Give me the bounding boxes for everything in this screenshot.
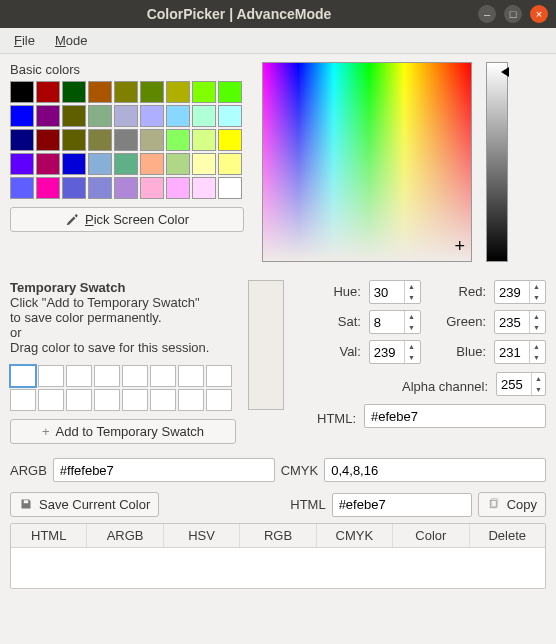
temporary-swatch-slot[interactable]: [178, 365, 204, 387]
pick-screen-color-label: Pick Screen Color: [85, 212, 189, 227]
add-to-temporary-swatch-button[interactable]: + Add to Temporary Swatch: [10, 419, 236, 444]
alpha-input[interactable]: ▲▼: [496, 372, 546, 396]
temporary-swatch-slot[interactable]: [38, 365, 64, 387]
menu-mode[interactable]: Mode: [47, 30, 96, 51]
basic-color-swatch[interactable]: [218, 81, 242, 103]
temporary-swatch-slot[interactable]: [10, 389, 36, 411]
temporary-swatch-slot[interactable]: [122, 365, 148, 387]
basic-color-swatch[interactable]: [140, 81, 164, 103]
basic-color-swatch[interactable]: [140, 105, 164, 127]
basic-color-swatch[interactable]: [140, 153, 164, 175]
temporary-swatch-slot[interactable]: [122, 389, 148, 411]
basic-colors-grid: [10, 81, 244, 199]
basic-color-swatch[interactable]: [36, 105, 60, 127]
saved-colors-table[interactable]: HTMLARGBHSVRGBCMYKColorDelete: [10, 523, 546, 589]
basic-color-swatch[interactable]: [10, 177, 34, 199]
html-input[interactable]: [364, 404, 546, 428]
basic-color-swatch[interactable]: [62, 177, 86, 199]
window-minimize-button[interactable]: –: [478, 5, 496, 23]
slider-handle-icon[interactable]: [501, 67, 509, 77]
basic-color-swatch[interactable]: [62, 81, 86, 103]
basic-color-swatch[interactable]: [114, 153, 138, 175]
temporary-swatch-slot[interactable]: [10, 365, 36, 387]
sat-input[interactable]: ▲▼: [369, 310, 421, 334]
table-column-header[interactable]: ARGB: [87, 524, 163, 547]
basic-color-swatch[interactable]: [140, 129, 164, 151]
temporary-swatch-slot[interactable]: [206, 389, 232, 411]
table-column-header[interactable]: Color: [393, 524, 469, 547]
basic-color-swatch[interactable]: [192, 129, 216, 151]
cmyk-input[interactable]: [324, 458, 546, 482]
val-input[interactable]: ▲▼: [369, 340, 421, 364]
basic-color-swatch[interactable]: [36, 153, 60, 175]
temporary-swatch-slot[interactable]: [66, 389, 92, 411]
copy-label: Copy: [507, 497, 537, 512]
basic-color-swatch[interactable]: [36, 177, 60, 199]
copy-button[interactable]: Copy: [478, 492, 546, 517]
temporary-swatch-slot[interactable]: [94, 365, 120, 387]
temporary-swatch-slot[interactable]: [178, 389, 204, 411]
temporary-swatch-slot[interactable]: [150, 365, 176, 387]
basic-color-swatch[interactable]: [88, 129, 112, 151]
basic-color-swatch[interactable]: [114, 81, 138, 103]
basic-color-swatch[interactable]: [62, 153, 86, 175]
temporary-swatch-slot[interactable]: [38, 389, 64, 411]
window-maximize-button[interactable]: □: [504, 5, 522, 23]
basic-color-swatch[interactable]: [192, 177, 216, 199]
basic-color-swatch[interactable]: [218, 153, 242, 175]
table-column-header[interactable]: RGB: [240, 524, 316, 547]
basic-color-swatch[interactable]: [218, 129, 242, 151]
table-column-header[interactable]: HTML: [11, 524, 87, 547]
basic-color-swatch[interactable]: [88, 105, 112, 127]
basic-color-swatch[interactable]: [218, 105, 242, 127]
basic-color-swatch[interactable]: [166, 177, 190, 199]
pick-screen-color-button[interactable]: Pick Screen Color: [10, 207, 244, 232]
basic-color-swatch[interactable]: [140, 177, 164, 199]
basic-colors-label: Basic colors: [10, 62, 244, 77]
window-close-button[interactable]: ×: [530, 5, 548, 23]
basic-color-swatch[interactable]: [62, 105, 86, 127]
table-column-header[interactable]: CMYK: [317, 524, 393, 547]
hue-input[interactable]: ▲▼: [369, 280, 421, 304]
basic-color-swatch[interactable]: [10, 81, 34, 103]
temporary-swatch-slot[interactable]: [66, 365, 92, 387]
basic-color-swatch[interactable]: [88, 153, 112, 175]
temporary-swatch-slot[interactable]: [206, 365, 232, 387]
basic-color-swatch[interactable]: [166, 105, 190, 127]
hue-label: Hue:: [316, 280, 361, 304]
table-column-header[interactable]: HSV: [164, 524, 240, 547]
blue-input[interactable]: ▲▼: [494, 340, 546, 364]
temporary-swatch-slot[interactable]: [150, 389, 176, 411]
basic-color-swatch[interactable]: [62, 129, 86, 151]
basic-color-swatch[interactable]: [166, 129, 190, 151]
basic-color-swatch[interactable]: [114, 177, 138, 199]
basic-color-swatch[interactable]: [10, 105, 34, 127]
basic-color-swatch[interactable]: [192, 81, 216, 103]
basic-color-swatch[interactable]: [114, 105, 138, 127]
basic-color-swatch[interactable]: [166, 153, 190, 175]
basic-color-swatch[interactable]: [10, 129, 34, 151]
basic-color-swatch[interactable]: [192, 153, 216, 175]
html2-input[interactable]: [332, 493, 472, 517]
table-column-header[interactable]: Delete: [470, 524, 545, 547]
basic-color-swatch[interactable]: [192, 105, 216, 127]
plus-icon: +: [42, 424, 50, 439]
basic-color-swatch[interactable]: [36, 129, 60, 151]
save-current-color-button[interactable]: Save Current Color: [10, 492, 159, 517]
color-gradient-field[interactable]: +: [262, 62, 472, 262]
temporary-swatch-slot[interactable]: [94, 389, 120, 411]
basic-color-swatch[interactable]: [88, 177, 112, 199]
green-input[interactable]: ▲▼: [494, 310, 546, 334]
basic-color-swatch[interactable]: [88, 81, 112, 103]
argb-input[interactable]: [53, 458, 275, 482]
menubar: File Mode: [0, 28, 556, 54]
basic-color-swatch[interactable]: [166, 81, 190, 103]
menu-file[interactable]: File: [6, 30, 43, 51]
red-input[interactable]: ▲▼: [494, 280, 546, 304]
luminance-slider[interactable]: [486, 62, 508, 262]
basic-color-swatch[interactable]: [218, 177, 242, 199]
temporary-swatch-text-1: Click "Add to Temporary Swatch": [10, 295, 268, 310]
basic-color-swatch[interactable]: [114, 129, 138, 151]
basic-color-swatch[interactable]: [36, 81, 60, 103]
basic-color-swatch[interactable]: [10, 153, 34, 175]
